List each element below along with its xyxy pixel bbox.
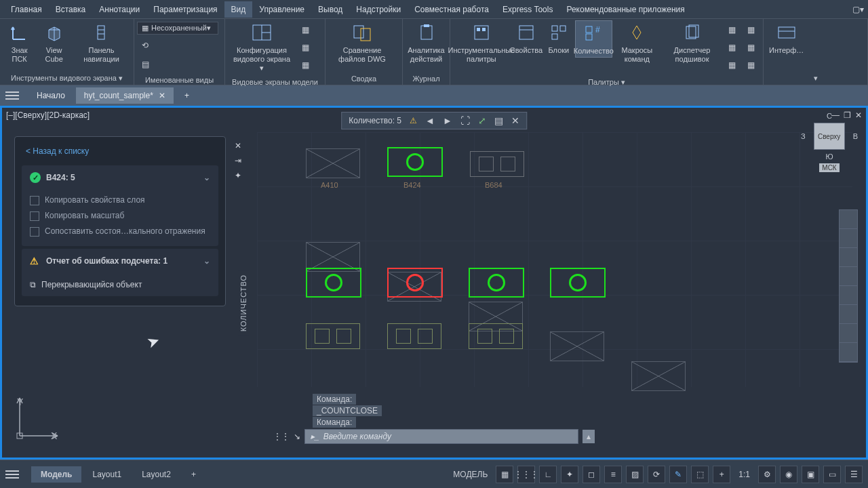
status-hardware-icon[interactable]: ▣: [802, 466, 819, 483]
cmd-recent-icon[interactable]: ↘: [294, 432, 300, 441]
count-select-icon[interactable]: ⛶: [460, 115, 470, 126]
sheet-set-manager-button[interactable]: Диспетчер подшивок: [662, 20, 722, 65]
menu-addins[interactable]: Надстройки: [349, 1, 408, 18]
count-result-header[interactable]: ✓ B424: 5 ⌄: [22, 165, 218, 190]
status-lineweight-icon[interactable]: ≡: [604, 466, 622, 483]
block-cross[interactable]: [631, 361, 686, 391]
ribbon-expand[interactable]: ▾: [764, 72, 867, 85]
pal-small-5[interactable]: ▦: [743, 39, 759, 56]
match-mirror-state-checkbox[interactable]: Сопоставить состоя…кального отражения: [27, 224, 213, 239]
navigation-bar[interactable]: [839, 209, 858, 363]
viewport-label[interactable]: [–][Сверху][2D-каркас]: [6, 110, 90, 120]
new-tab-button[interactable]: +: [176, 87, 197, 104]
tab-menu-icon[interactable]: [5, 92, 19, 100]
status-grid-icon[interactable]: ▦: [496, 466, 513, 483]
status-polar-icon[interactable]: ✦: [561, 466, 578, 483]
layout-menu-icon[interactable]: [5, 470, 19, 479]
warning-icon[interactable]: ⚠: [410, 116, 417, 125]
menu-parametrize[interactable]: Параметризация: [146, 1, 224, 18]
block-dbl[interactable]: [469, 323, 523, 349]
copy-layer-props-checkbox[interactable]: Копировать свойства слоя: [27, 192, 213, 208]
menu-view[interactable]: Вид: [224, 1, 253, 18]
tab-file[interactable]: hyt_count_sample*✕: [76, 87, 174, 104]
block-cross[interactable]: [550, 331, 604, 361]
blocks-button[interactable]: Блоки: [542, 20, 575, 56]
block-a410[interactable]: [306, 148, 360, 178]
panel-close-icon[interactable]: ✕: [232, 140, 244, 152]
drawing-area[interactable]: [–][Сверху][2D-каркас] — ❐ ✕ Количество:…: [0, 106, 868, 460]
layout-tab-model[interactable]: Модель: [31, 466, 81, 483]
vp-small-2[interactable]: ▦: [297, 39, 313, 56]
cmd-expand-icon[interactable]: ▴: [583, 430, 595, 443]
menu-home[interactable]: Главная: [4, 1, 49, 18]
status-annotation-icon[interactable]: ✎: [669, 466, 687, 483]
close-tab-icon[interactable]: ✕: [159, 91, 165, 100]
named-view-btn1[interactable]: ⟲: [137, 37, 153, 54]
interface-button[interactable]: Интерф…: [766, 20, 806, 56]
status-clean-icon[interactable]: ▭: [823, 466, 841, 483]
pal-small-2[interactable]: ▦: [724, 39, 740, 56]
block-b684[interactable]: [470, 151, 524, 177]
status-scale[interactable]: 1:1: [734, 470, 754, 479]
block-b424-counted[interactable]: [550, 268, 606, 298]
pal-small-3[interactable]: ▦: [724, 57, 740, 73]
layout-tab-1[interactable]: Layout1: [83, 466, 131, 483]
status-model-badge[interactable]: МОДЕЛЬ: [449, 470, 492, 479]
panel-dock-icon[interactable]: ⇥: [232, 155, 244, 167]
tool-palettes-button[interactable]: Инструментальные палитры: [453, 20, 510, 65]
menu-express[interactable]: Express Tools: [496, 1, 559, 18]
block-dbl[interactable]: [387, 323, 441, 349]
menu-output[interactable]: Вывод: [311, 1, 349, 18]
back-to-list-link[interactable]: < Назад к списку: [18, 140, 222, 163]
ucs-sign-button[interactable]: Знак ПСК: [3, 20, 36, 65]
dwg-compare-button[interactable]: Сравнение файлов DWG: [328, 20, 396, 65]
viewcube-widget[interactable]: С З Сверху В Ю МСК: [801, 112, 858, 193]
block-b424-error[interactable]: [387, 268, 443, 298]
count-zoom-icon[interactable]: ⤢: [478, 115, 486, 126]
copy-scale-checkbox[interactable]: Копировать масштаб: [27, 208, 213, 224]
count-button[interactable]: #Количество: [575, 20, 612, 58]
layout-tab-2[interactable]: Layout2: [132, 466, 180, 483]
ribbon-label-palettes[interactable]: Палитры ▾: [450, 76, 763, 89]
menu-annotations[interactable]: Аннотации: [92, 1, 146, 18]
count-close-icon[interactable]: ✕: [511, 115, 519, 126]
count-next-icon[interactable]: ►: [443, 115, 452, 126]
vp-small-1[interactable]: ▦: [297, 22, 313, 38]
block-b424-counted[interactable]: [469, 268, 524, 298]
status-osnap-icon[interactable]: ◻: [583, 466, 600, 483]
vc-top-face[interactable]: Сверху: [814, 123, 845, 150]
vp-small-3[interactable]: ▦: [297, 57, 313, 73]
menu-insert[interactable]: Вставка: [49, 1, 93, 18]
layout-tab-add[interactable]: +: [182, 466, 205, 483]
count-table-icon[interactable]: ▤: [494, 115, 503, 126]
named-view-btn2[interactable]: ▤: [137, 56, 153, 73]
vc-south[interactable]: Ю: [801, 152, 858, 161]
block-dbl[interactable]: [306, 323, 360, 349]
cmd-handle-icon[interactable]: ⋮⋮: [273, 432, 290, 441]
status-cycling-icon[interactable]: ⟳: [648, 466, 665, 483]
status-gear-icon[interactable]: ⚙: [758, 466, 776, 483]
menu-collab[interactable]: Совместная работа: [408, 1, 496, 18]
pal-small-4[interactable]: ▦: [743, 22, 759, 38]
properties-button[interactable]: Свойства: [510, 20, 542, 56]
named-view-combo[interactable]: ▦Несохраненный▾: [137, 22, 218, 35]
block-b424-counted[interactable]: [306, 268, 361, 298]
ribbon-label-viewport-tools[interactable]: Инструменты видового экрана ▾: [0, 72, 134, 85]
vc-north[interactable]: С: [801, 112, 858, 120]
status-snap-icon[interactable]: ⋮⋮⋮: [517, 466, 535, 483]
action-analytics-button[interactable]: Аналитика действий: [406, 20, 447, 65]
status-ortho-icon[interactable]: ∟: [539, 466, 557, 483]
pal-small-6[interactable]: ▦: [743, 57, 759, 73]
overlapping-object-item[interactable]: ⧉ Перекрывающийся объект: [22, 273, 218, 296]
vc-east[interactable]: В: [853, 132, 858, 140]
command-macros-button[interactable]: Макросы команд: [612, 20, 662, 65]
status-customize-icon[interactable]: ☰: [845, 466, 863, 483]
viewport-config-button[interactable]: Конфигурация видового экрана ▾: [228, 20, 296, 75]
count-vertical-tab[interactable]: КОЛИЧЕСТВО: [238, 270, 249, 336]
block-b424-top[interactable]: [387, 147, 443, 177]
count-errors-header[interactable]: ⚠ Отчет об ошибках подсчета: 1 ⌄: [22, 249, 218, 273]
menu-recommended[interactable]: Рекомендованные приложения: [559, 1, 691, 18]
canvas[interactable]: A410 B424 B684: [257, 132, 852, 387]
pal-small-1[interactable]: ▦: [724, 22, 740, 38]
count-prev-icon[interactable]: ◄: [425, 115, 435, 126]
